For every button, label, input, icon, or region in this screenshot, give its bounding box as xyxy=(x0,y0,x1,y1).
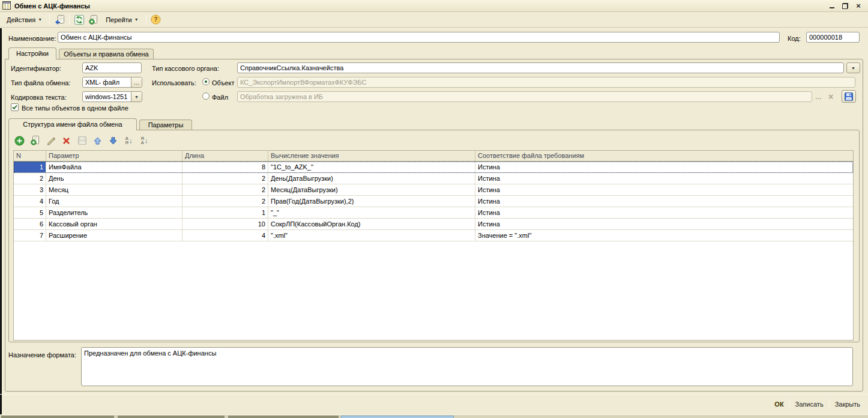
toolbar-separator xyxy=(146,14,146,25)
checkmark-icon xyxy=(11,104,18,111)
end-edit-icon xyxy=(76,135,88,147)
restore-button[interactable] xyxy=(840,2,850,10)
cell-cond: Истина xyxy=(475,173,853,184)
column-header[interactable]: Вычисление значения xyxy=(268,151,475,161)
cell-param: Кассовый орган xyxy=(46,219,182,229)
table-row[interactable]: 1 ИмяФайла 8 "1C_to_AZK_" Истина xyxy=(14,162,853,173)
taskbar-strip xyxy=(0,414,868,418)
cell-n: 5 xyxy=(14,207,46,218)
cash-body-type-dropdown-button[interactable]: ▼ xyxy=(846,62,860,73)
copy-row-icon[interactable] xyxy=(29,135,41,147)
write-button[interactable]: Записать xyxy=(790,398,829,410)
chevron-down-icon: ▼ xyxy=(851,66,855,70)
cell-cond: Истина xyxy=(475,207,853,218)
cash-body-type-label: Тип кассового органа: xyxy=(152,64,219,73)
tab-filename-structure[interactable]: Структура имени файла обмена xyxy=(8,118,137,130)
ok-button[interactable]: ОК xyxy=(769,398,789,410)
name-input[interactable]: Обмен с АЦК-финансы xyxy=(58,32,780,43)
format-purpose-textarea[interactable]: Предназначен для обмена с АЦК-финансы xyxy=(81,347,853,386)
taskbar-window-button[interactable] xyxy=(228,416,339,418)
cell-length: 2 xyxy=(182,196,268,207)
cash-body-type-input[interactable]: СправочникСсылка.Казначейства xyxy=(237,62,844,73)
cell-expr: Прав(Год(ДатаВыгрузки),2) xyxy=(268,196,475,207)
file-type-more-button[interactable]: … xyxy=(131,77,142,87)
encoding-select[interactable]: windows-1251 ▼ xyxy=(82,91,142,102)
add-copy-icon[interactable] xyxy=(87,13,100,26)
table-row[interactable]: 4 Год 2 Прав(Год(ДатаВыгрузки),2) Истина xyxy=(14,196,853,207)
table-row[interactable]: 7 Расширение 4 ".xml" Значение = ".xml" xyxy=(14,230,853,241)
goto-label: Перейти xyxy=(106,16,132,23)
chevron-down-icon: ▼ xyxy=(38,17,42,22)
cell-param: Разделитель xyxy=(46,207,182,218)
cell-param: Год xyxy=(46,196,182,207)
use-object-radio[interactable] xyxy=(202,78,209,85)
delete-row-icon[interactable] xyxy=(60,135,73,147)
main-toolbar: Действия ▼ xyxy=(0,12,868,28)
filename-structure-table[interactable]: N Параметр Длина Вычисление значения Соо… xyxy=(13,150,854,341)
cell-param: День xyxy=(46,173,182,184)
column-header[interactable]: Соответствие файла требованиям xyxy=(475,151,853,161)
toolbar-separator xyxy=(49,14,50,25)
cell-cond: Истина xyxy=(475,219,853,229)
taskbar-window-button[interactable] xyxy=(1,416,114,418)
identifier-label: Идентификатор: xyxy=(11,64,61,73)
close-button[interactable]: × xyxy=(854,2,863,10)
file-type-label: Тип файла обмена: xyxy=(11,79,70,88)
code-input[interactable]: 000000018 xyxy=(806,32,860,43)
actions-menu-button[interactable]: Действия ▼ xyxy=(2,14,46,25)
tab-settings[interactable]: Настройки xyxy=(8,47,56,59)
close-form-button[interactable]: Закрыть xyxy=(830,398,866,410)
cell-expr: "1C_to_AZK_" xyxy=(268,162,475,172)
table-header: N Параметр Длина Вычисление значения Соо… xyxy=(14,151,853,162)
cell-length: 1 xyxy=(182,207,268,218)
cell-n: 3 xyxy=(14,184,46,195)
table-row[interactable]: 3 Месяц 2 Месяц(ДатаВыгрузки) Истина xyxy=(14,184,853,196)
column-header[interactable]: N xyxy=(14,151,46,161)
file-more-button-disabled: … xyxy=(815,93,822,100)
taskbar-window-button-active[interactable] xyxy=(341,416,454,418)
add-row-icon[interactable] xyxy=(13,135,26,147)
floppy-icon xyxy=(844,92,854,101)
minimize-button[interactable] xyxy=(827,2,837,10)
use-file-radio[interactable] xyxy=(202,92,209,100)
save-file-button[interactable] xyxy=(842,90,856,103)
cell-n: 6 xyxy=(14,219,46,229)
help-icon[interactable]: ? xyxy=(149,13,163,26)
use-object-label: Объект xyxy=(212,79,234,88)
cell-cond: Значение = ".xml" xyxy=(475,230,853,241)
cell-length: 4 xyxy=(182,230,268,241)
sort-asc-icon[interactable]: АЯ ↓ xyxy=(122,135,135,147)
taskbar-window-button[interactable] xyxy=(118,416,225,418)
move-up-icon[interactable] xyxy=(91,135,104,147)
table-row[interactable]: 5 Разделитель 1 "_" Истина xyxy=(14,207,853,219)
column-header[interactable]: Длина xyxy=(182,151,268,161)
arrow-down-glyph: ↓ xyxy=(145,137,148,144)
window-title: Обмен с АЦК-финансы xyxy=(14,2,90,10)
tab-objects-rules[interactable]: Объекты и правила обмена xyxy=(59,49,154,59)
reread-icon[interactable] xyxy=(53,13,66,26)
clear-icon: × xyxy=(828,92,833,101)
ellipsis-icon: … xyxy=(815,93,822,100)
encoding-dropdown-button[interactable]: ▼ xyxy=(131,92,142,101)
cell-cond: Истина xyxy=(475,196,853,207)
move-down-icon[interactable] xyxy=(107,135,119,147)
tab-parameters[interactable]: Параметры xyxy=(139,120,192,130)
table-toolbar: АЯ ↓ ЯА ↓ xyxy=(13,133,151,148)
column-header[interactable]: Параметр xyxy=(46,151,182,161)
cell-length: 10 xyxy=(182,219,268,229)
edit-row-icon[interactable] xyxy=(44,135,57,147)
identifier-input[interactable]: AZK xyxy=(82,62,142,73)
cell-expr: "_" xyxy=(268,207,475,218)
file-type-input[interactable]: XML- файл … xyxy=(82,77,142,88)
all-objects-one-file-checkbox[interactable] xyxy=(11,103,19,111)
sort-desc-icon[interactable]: ЯА ↓ xyxy=(138,135,151,147)
cell-n: 1 xyxy=(14,162,46,172)
table-row[interactable]: 2 День 2 День(ДатаВыгрузки) Истина xyxy=(14,173,853,184)
cell-expr: День(ДатаВыгрузки) xyxy=(268,173,475,184)
table-row[interactable]: 6 Кассовый орган 10 СокрЛП(КассовыйОрган… xyxy=(14,219,853,230)
encoding-label: Кодировка текста: xyxy=(11,93,67,102)
refresh-icon[interactable] xyxy=(73,13,86,26)
goto-menu-button[interactable]: Перейти ▼ xyxy=(101,14,143,25)
cell-n: 7 xyxy=(14,230,46,241)
cell-cond: Истина xyxy=(475,162,853,172)
